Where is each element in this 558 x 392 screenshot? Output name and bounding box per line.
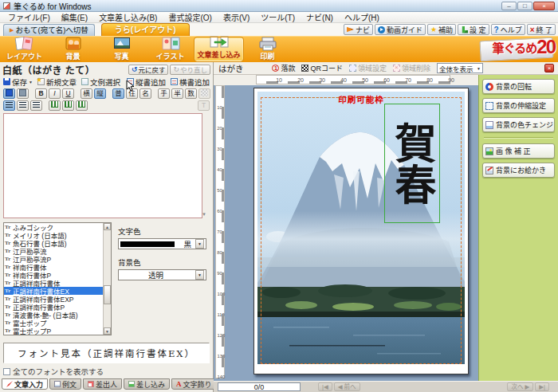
- greeting-text-box[interactable]: 賀春: [384, 104, 440, 223]
- new-text-button[interactable]: 新規文章: [37, 76, 77, 88]
- panel-close-button[interactable]: ×: [544, 64, 554, 73]
- bg-color-change-button[interactable]: 背景の色チェンジ: [482, 117, 555, 132]
- ribbon-print[interactable]: 印刷: [243, 37, 292, 62]
- zoom-mode-select[interactable]: 全体を表示▼: [437, 63, 483, 73]
- number-button[interactable]: 数: [185, 88, 197, 99]
- add-horizontal-text-button[interactable]: 横書追加: [171, 76, 210, 88]
- tab-front-address[interactable]: ▶おもて(宛て名)へ切替: [3, 24, 95, 36]
- show-all-fonts-checkbox[interactable]: [3, 368, 10, 375]
- bg-color-label: 背景色: [118, 257, 206, 268]
- bg-paint-button[interactable]: 背景にお絵かき: [482, 163, 555, 178]
- qrcode-button[interactable]: QRコード: [301, 63, 343, 73]
- menu-view[interactable]: 表示(V): [218, 11, 255, 23]
- textbox-horizontal-button[interactable]: [17, 88, 29, 99]
- menu-textmerge[interactable]: 文章差し込み(B): [93, 11, 163, 23]
- ribbon-illust[interactable]: イラスト: [146, 37, 195, 62]
- greeting-text[interactable]: 賀春: [385, 104, 439, 222]
- area-settings-button[interactable]: 領域設定: [349, 63, 387, 73]
- postcard[interactable]: 印刷可能枠 賀春: [253, 88, 469, 374]
- menu-edit[interactable]: 編集(E): [56, 11, 93, 23]
- grid-button[interactable]: [198, 88, 210, 99]
- save-dropdown-icon[interactable]: ▼: [29, 80, 33, 84]
- exit-button[interactable]: ×終 了: [527, 24, 556, 35]
- area-delete-button[interactable]: 領域削除: [393, 63, 430, 73]
- scroll-thumb[interactable]: [104, 285, 111, 304]
- add-vertical-text-button[interactable]: 縦書追加: [127, 76, 166, 88]
- side-switch-row: ▶おもて(宛て名)へ切替 うら(レイアウト) ナビ 動画ガイド ★補助 設 定 …: [0, 23, 558, 36]
- example-select-button[interactable]: 文例選択: [81, 76, 120, 88]
- address-text-button[interactable]: 住: [126, 88, 138, 99]
- text-direction-button[interactable]: T: [198, 100, 210, 111]
- italic-button[interactable]: I: [49, 88, 61, 99]
- menu-file[interactable]: ファイル(F): [2, 11, 56, 23]
- question-icon: ?: [494, 26, 499, 33]
- ribbon-layout[interactable]: レイアウト: [0, 37, 49, 62]
- tab-back-layout[interactable]: うら(レイアウト): [101, 23, 190, 36]
- font-list-scrollbar[interactable]: ▲ ▼: [103, 223, 111, 335]
- tab-text-decoration[interactable]: A文字飾り: [171, 378, 217, 390]
- minimize-button[interactable]: –: [501, 2, 517, 10]
- name-text-button[interactable]: 名: [140, 88, 151, 99]
- menu-navi[interactable]: ナビ(N): [301, 11, 339, 23]
- textarea-scroll-down-icon[interactable]: ▼: [202, 212, 206, 217]
- background-photo[interactable]: 印刷可能枠 賀春: [257, 92, 465, 364]
- font-item[interactable]: Tr富士ポップP: [4, 327, 103, 335]
- assist-button[interactable]: ★補助: [427, 24, 456, 35]
- text-input[interactable]: [3, 113, 202, 218]
- image-correction-button[interactable]: 画 像 補 正: [482, 143, 555, 159]
- stamp-button[interactable]: 1落款: [272, 63, 295, 73]
- first-record-button[interactable]: |◀: [318, 382, 332, 391]
- text-color-dropdown-icon[interactable]: ▼: [195, 239, 204, 249]
- normal-text-button[interactable]: 普: [112, 88, 124, 99]
- navi-button[interactable]: ナビ: [344, 24, 373, 35]
- vertical-writing-button[interactable]: 縦: [94, 88, 106, 99]
- char-spacing-normal-button[interactable]: [62, 100, 74, 111]
- canvas-viewport[interactable]: 10 20 30 40 50 60 70 80 90 100 110 120: [214, 85, 478, 381]
- menu-tools[interactable]: ツール(T): [255, 11, 301, 23]
- menu-format[interactable]: 書式設定(O): [163, 11, 217, 23]
- tab-examples[interactable]: 例文: [49, 378, 81, 390]
- underline-button[interactable]: U: [62, 88, 74, 99]
- save-button[interactable]: 保存▼: [3, 76, 33, 88]
- close-button[interactable]: ×: [533, 2, 555, 10]
- navi-icon: [347, 26, 354, 33]
- maximize-button[interactable]: □: [517, 2, 532, 10]
- ribbon-background[interactable]: 背景: [49, 37, 97, 62]
- prev-record-button[interactable]: ◀ 前へ: [334, 382, 360, 391]
- horizontal-writing-button[interactable]: 横: [81, 88, 92, 99]
- scroll-up-icon[interactable]: ▲: [104, 223, 111, 230]
- title-bar: 筆ぐるめ for Windows – □ ×: [0, 0, 558, 12]
- align-right-button[interactable]: [30, 100, 42, 111]
- char-spacing-narrow-button[interactable]: [49, 100, 61, 111]
- bg-color-dropdown-icon[interactable]: ▼: [195, 270, 204, 280]
- next-record-button[interactable]: 次へ ▶: [507, 382, 533, 391]
- tab-text-input[interactable]: 文章入力: [2, 378, 48, 390]
- menu-help[interactable]: ヘルプ(H): [339, 11, 385, 23]
- help-button[interactable]: ?ヘルプ: [491, 24, 525, 35]
- ribbon-photo[interactable]: 写真: [97, 37, 146, 62]
- video-guide-button[interactable]: 動画ガイド: [375, 24, 426, 35]
- font-list[interactable]: Trふみゴシック Trメイリオ (日本語) Tr魚石行書 (日本語) Tr江戸勘…: [3, 222, 112, 335]
- bg-color-select[interactable]: 透明 ▼: [118, 269, 206, 280]
- bg-rotate-button[interactable]: 背景の回転: [482, 79, 555, 94]
- halfwidth-button[interactable]: 半: [171, 88, 183, 99]
- wrench-icon: [461, 26, 468, 33]
- char-spacing-wide-button[interactable]: [76, 100, 88, 111]
- bg-stretch-button[interactable]: 背景の伸縮設定: [482, 98, 555, 113]
- tab-sender[interactable]: 差出人: [83, 378, 122, 390]
- settings-button[interactable]: 設 定: [458, 24, 489, 35]
- scroll-down-icon[interactable]: ▼: [104, 327, 111, 335]
- last-record-button[interactable]: ▶|: [535, 382, 549, 391]
- align-left-button[interactable]: [3, 100, 15, 111]
- vertical-ruler: 10 20 30 40 50 60 70 80 90 100 110 120: [215, 85, 225, 378]
- text-color-select[interactable]: 黒 ▼: [118, 238, 206, 249]
- truetype-icon: Tr: [5, 248, 11, 254]
- ribbon-text-merge[interactable]: 文章差し込み: [195, 37, 243, 61]
- undo-button[interactable]: ↺元に戻す: [128, 65, 169, 75]
- bold-button[interactable]: B: [35, 88, 47, 99]
- handwriting-button[interactable]: 手: [158, 88, 170, 99]
- align-center-button[interactable]: [17, 100, 29, 111]
- redo-button[interactable]: ↻やり直し: [170, 65, 210, 75]
- textbox-vertical-button[interactable]: [3, 88, 15, 99]
- tab-merge[interactable]: 差し込み: [124, 378, 170, 390]
